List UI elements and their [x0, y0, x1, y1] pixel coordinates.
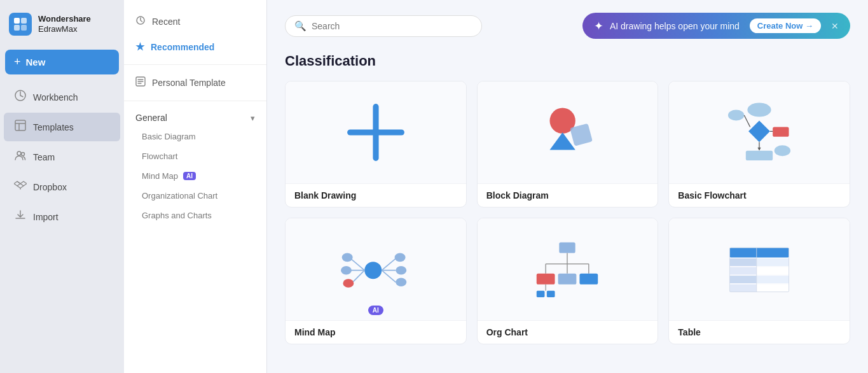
svg-point-31 [343, 279, 354, 288]
new-button-label: New [26, 57, 46, 67]
sidebar-item-templates[interactable]: Templates [4, 113, 120, 141]
svg-rect-5 [15, 120, 25, 130]
recommended-icon: ★ [135, 41, 144, 53]
svg-rect-2 [14, 25, 20, 31]
svg-marker-13 [550, 132, 575, 150]
sidebar-item-team[interactable]: Team [4, 143, 120, 171]
svg-point-24 [775, 145, 790, 156]
dropbox-icon [14, 179, 27, 195]
flowchart-preview [669, 81, 850, 183]
create-now-button[interactable]: Create Now → [750, 18, 821, 33]
recent-label: Recent [152, 17, 180, 27]
search-bar[interactable]: 🔍 [285, 15, 482, 37]
svg-marker-18 [758, 148, 761, 151]
card-block-diagram[interactable]: Block Diagram [477, 81, 659, 208]
block-diagram-label: Block Diagram [478, 183, 658, 207]
mind-map-label: Mind Map [286, 320, 466, 344]
brand-name-1: Wondershare [38, 14, 91, 24]
sidebar-item-workbench[interactable]: Workbench [4, 83, 120, 111]
nav-mind-map[interactable]: Mind Map AI [124, 166, 266, 186]
team-icon [14, 149, 27, 165]
svg-point-25 [364, 262, 382, 279]
cards-grid: Blank Drawing Block Diagram [285, 81, 850, 344]
svg-point-15 [748, 102, 771, 116]
banner-close-icon[interactable]: ✕ [831, 21, 839, 31]
ai-banner[interactable]: ✦ AI drawing helps open your mind Create… [582, 13, 850, 39]
chevron-down-icon: ▾ [251, 113, 255, 123]
svg-rect-1 [21, 18, 27, 24]
blank-drawing-label: Blank Drawing [286, 183, 466, 207]
svg-rect-49 [547, 291, 555, 297]
svg-rect-52 [730, 258, 757, 266]
table-preview [669, 218, 850, 320]
card-blank-drawing[interactable]: Blank Drawing [285, 81, 467, 208]
svg-rect-56 [730, 276, 757, 283]
mind-map-label: Mind Map [142, 171, 178, 181]
search-icon: 🔍 [294, 20, 307, 32]
svg-rect-38 [560, 243, 575, 253]
svg-rect-44 [537, 274, 555, 285]
section-title: Classification [285, 53, 850, 69]
ai-banner-text: AI drawing helps open your mind [610, 21, 740, 31]
svg-point-27 [342, 253, 353, 262]
basic-diagram-label: Basic Diagram [142, 132, 196, 141]
svg-point-35 [396, 266, 406, 275]
svg-rect-50 [730, 248, 789, 257]
org-chart-label: Organizational Chart [142, 191, 217, 201]
svg-point-7 [22, 153, 25, 156]
nav-org-chart[interactable]: Organizational Chart [124, 186, 266, 206]
templates-icon [14, 119, 27, 135]
mind-map-preview: AI [286, 218, 466, 320]
svg-rect-3 [21, 25, 27, 31]
svg-rect-46 [580, 274, 598, 285]
sidebar-item-import[interactable]: Import [4, 202, 120, 231]
logo-icon [9, 13, 32, 36]
logo-text: Wondershare EdrawMax [38, 14, 91, 34]
svg-line-36 [382, 271, 396, 283]
card-mind-map[interactable]: AI Mind Map [285, 218, 467, 344]
graphs-charts-label: Graphs and Charts [142, 211, 212, 220]
logo: Wondershare EdrawMax [0, 8, 124, 47]
nav-flowchart[interactable]: Flowchart [124, 146, 266, 166]
svg-line-26 [350, 258, 364, 271]
recommended-label: Recommended [151, 42, 214, 52]
table-label: Table [669, 320, 850, 344]
sidebar-item-dropbox[interactable]: Dropbox [4, 172, 120, 201]
search-input[interactable] [312, 21, 472, 31]
svg-point-6 [17, 151, 21, 155]
svg-rect-0 [14, 18, 20, 24]
main-content: 🔍 ✦ AI drawing helps open your mind Crea… [267, 0, 868, 373]
svg-line-32 [382, 258, 396, 271]
plus-icon: + [14, 55, 21, 69]
flowchart-label: Flowchart [142, 151, 177, 161]
block-diagram-preview [478, 81, 658, 183]
general-section[interactable]: General ▾ [124, 106, 266, 127]
templates-label: Templates [33, 122, 74, 132]
svg-rect-48 [537, 291, 545, 297]
card-basic-flowchart[interactable]: Basic Flowchart [668, 81, 850, 208]
brand-name-2: EdrawMax [38, 24, 91, 34]
nav-graphs-charts[interactable]: Graphs and Charts [124, 206, 266, 225]
card-org-chart[interactable]: Org Chart [477, 218, 659, 344]
svg-line-23 [744, 115, 750, 127]
new-button[interactable]: + New [5, 50, 119, 74]
workbench-icon [14, 89, 27, 105]
dropbox-label: Dropbox [33, 182, 67, 192]
nav-recommended[interactable]: ★ Recommended [124, 34, 266, 59]
sidebar: Wondershare EdrawMax + New Workbench Tem… [0, 0, 124, 373]
flowchart-label: Basic Flowchart [669, 183, 850, 207]
ai-badge: AI [183, 172, 196, 180]
topbar: 🔍 ✦ AI drawing helps open your mind Crea… [285, 13, 850, 39]
svg-line-30 [352, 271, 364, 283]
nav-personal-template[interactable]: Personal Template [124, 70, 266, 95]
org-chart-preview [478, 218, 658, 320]
mind-map-ai-badge: AI [368, 306, 383, 315]
import-icon [14, 209, 27, 225]
nav-basic-diagram[interactable]: Basic Diagram [124, 127, 266, 146]
card-table[interactable]: Table [668, 218, 850, 344]
general-label: General [135, 113, 167, 123]
blank-drawing-preview [286, 81, 466, 183]
svg-point-29 [341, 266, 352, 275]
nav-recent[interactable]: Recent [124, 9, 266, 34]
svg-rect-58 [730, 285, 757, 292]
